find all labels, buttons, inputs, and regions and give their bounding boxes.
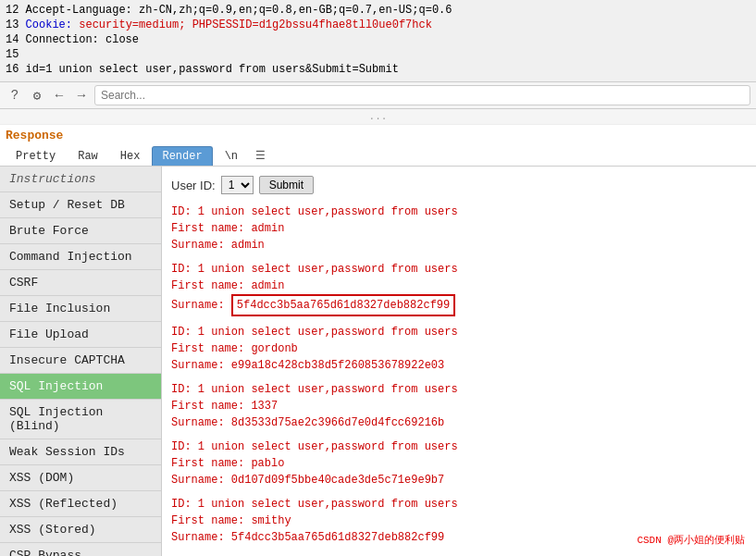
sidebar-item-insecure-captcha[interactable]: Insecure CAPTCHA [0,348,161,374]
result-line3-3: Surname: 8d3533d75ae2c3966d7e0d4fcc69216… [171,414,747,431]
sidebar-item-weak-session-ids[interactable]: Weak Session IDs [0,439,161,465]
result-block-2: ID: 1 union select user,password from us… [171,324,747,374]
response-label: Response [0,125,756,144]
code-line-13: 13 Cookie: security=medium; PHPSESSID=d1… [6,19,750,31]
result-line3-2: Surname: e99a18c428cb38d5f260853678922e0… [171,357,747,374]
sidebar-item-sql-injection[interactable]: SQL Injection [0,374,161,400]
result-line1-1: ID: 1 union select user,password from us… [171,261,747,278]
user-id-select[interactable]: 1 2 3 [221,176,254,194]
code-line-12: 12 Accept-Language: zh-CN,zh;q=0.9,en;q=… [6,4,750,17]
result-block-5: ID: 1 union select user,password from us… [171,496,747,546]
submit-button[interactable]: Submit [259,176,314,194]
sidebar-item-command-injection[interactable]: Command Injection [0,244,161,270]
tab-hex[interactable]: Hex [110,146,151,166]
result-block-1: ID: 1 union select user,password from us… [171,261,747,316]
menu-icon[interactable]: ☰ [250,146,271,166]
result-line1-0: ID: 1 union select user,password from us… [171,204,747,220]
sidebar-item-xss-reflected[interactable]: XSS (Reflected) [0,491,161,517]
result-line2-0: First name: admin [171,220,747,237]
sidebar-item-bruteforce[interactable]: Brute Force [0,218,161,244]
sidebar: Instructions Setup / Reset DB Brute Forc… [0,167,162,556]
result-line1-4: ID: 1 union select user,password from us… [171,439,747,455]
highlighted-surname: 5f4dcc3b5aa765d61d8327deb882cf99 [231,294,455,316]
sidebar-item-csp-bypass[interactable]: CSP Bypass [0,543,161,556]
result-line2-4: First name: pablo [171,455,747,472]
sidebar-item-file-inclusion[interactable]: File Inclusion [0,296,161,322]
main-content: Instructions Setup / Reset DB Brute Forc… [0,167,756,556]
user-id-row: User ID: 1 2 3 Submit [171,176,747,194]
top-code-bar: 12 Accept-Language: zh-CN,zh;q=0.9,en;q=… [0,0,756,82]
search-input[interactable] [94,85,750,105]
result-line2-1: First name: admin [171,278,747,294]
sidebar-item-sql-injection-blind[interactable]: SQL Injection (Blind) [0,400,161,439]
sidebar-item-setup[interactable]: Setup / Reset DB [0,192,161,218]
back-icon[interactable]: ← [50,86,68,105]
sidebar-item-csrf[interactable]: CSRF [0,270,161,296]
result-line1-5: ID: 1 union select user,password from us… [171,496,747,513]
sidebar-item-instructions[interactable]: Instructions [0,167,161,192]
result-line3-5: Surname: 5f4dcc3b5aa765d61d8327deb882cf9… [171,529,747,546]
tab-pretty[interactable]: Pretty [6,146,66,166]
tab-newline[interactable]: \n [215,146,248,166]
tab-render[interactable]: Render [152,146,212,166]
sidebar-item-xss-stored[interactable]: XSS (Stored) [0,517,161,543]
result-line2-2: First name: gordonb [171,340,747,357]
result-line1-2: ID: 1 union select user,password from us… [171,324,747,340]
browser-toolbar: ? ⚙ ← → [0,82,756,109]
result-line3-1: Surname: 5f4dcc3b5aa765d61d8327deb882cf9… [171,294,747,316]
forward-icon[interactable]: → [72,86,91,105]
result-line3-0: Surname: admin [171,237,747,253]
dots-divider: ... [0,109,756,125]
code-line-14: 14 Connection: close [6,33,750,46]
result-line3-4: Surname: 0d107d09f5bbe40cade3de5c71e9e9b… [171,472,747,488]
code-line-16: 16 id=1 union select user,password from … [6,63,750,76]
user-id-label: User ID: [171,179,216,192]
result-line1-3: ID: 1 union select user,password from us… [171,381,747,398]
result-line2-3: First name: 1337 [171,398,747,414]
result-block-4: ID: 1 union select user,password from us… [171,439,747,488]
sidebar-item-file-upload[interactable]: File Upload [0,322,161,348]
settings-icon[interactable]: ⚙ [28,86,46,105]
response-tabs: Pretty Raw Hex Render \n ☰ [0,144,756,167]
result-line2-5: First name: smithy [171,513,747,529]
sidebar-item-xss-dom[interactable]: XSS (DOM) [0,465,161,491]
result-block-3: ID: 1 union select user,password from us… [171,381,747,431]
content-area: User ID: 1 2 3 Submit ID: 1 union select… [162,167,756,556]
question-icon[interactable]: ? [6,86,24,105]
tab-raw[interactable]: Raw [68,146,108,166]
result-block-0: ID: 1 union select user,password from us… [171,204,747,253]
code-line-15: 15 [6,48,750,61]
